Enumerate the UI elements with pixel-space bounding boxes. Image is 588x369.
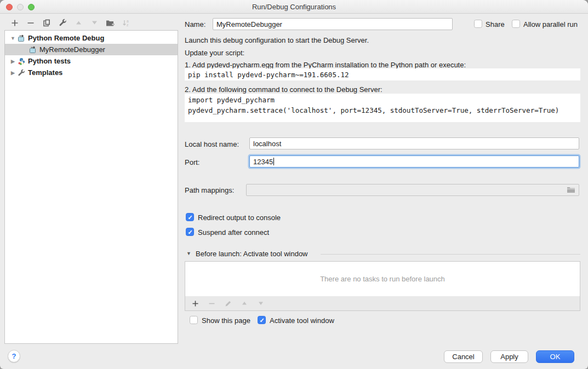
add-task-icon[interactable] [191,299,199,308]
copy-configuration-icon[interactable] [42,19,51,27]
activate-tool-window-label: Activate tool window [270,316,334,325]
redirect-output-label: Redirect output to console [198,214,281,222]
name-label: Name: [185,20,205,28]
before-launch-separator [321,254,580,255]
tree-item-python-remote-debug[interactable]: ▼ Python Remote Debug [5,32,178,44]
local-host-name-input[interactable] [249,137,579,149]
instruction-line-2: Update your script: [185,49,244,57]
tree-item-label: Templates [28,68,62,77]
port-input[interactable]: 12345 [249,155,579,168]
port-label: Port: [185,158,199,166]
run-config-icon [29,45,37,54]
move-task-up-icon [240,299,249,308]
redirect-output-checkbox[interactable] [186,213,194,221]
cancel-button[interactable]: Cancel [444,350,483,363]
task-list-toolbar [185,296,580,311]
title-bar[interactable]: Run/Debug Configurations [0,0,588,14]
instruction-step-2: 2. Add the following command to connect … [185,85,383,94]
tree-item-myremotedebugger[interactable]: MyRemoteDebugger [5,44,178,55]
svg-text:z: z [127,23,128,27]
activate-tool-window-checkbox[interactable] [258,316,266,324]
share-label: Share [486,20,505,28]
share-checkbox[interactable] [474,20,482,28]
svg-text:a: a [127,19,129,23]
tree-item-label: MyRemoteDebugger [39,45,105,54]
move-up-icon [74,19,83,27]
local-host-name-label: Local host name: [185,140,239,148]
window-title: Run/Debug Configurations [252,3,336,11]
code-line-1: import pydevd_pycharm [188,96,275,104]
configurations-tree: ▼ Python Remote Debug MyRemoteDebugger ▶… [4,30,178,344]
sort-alphabetically-icon: az [122,19,130,27]
instruction-step-1: 1. Add pydevd-pycharm.egg from the PyCha… [185,61,466,69]
browse-folder-icon[interactable] [567,186,575,193]
ok-button[interactable]: OK [536,350,574,363]
show-this-page-label: Show this page [202,316,250,325]
new-folder-icon[interactable] [106,19,115,27]
instruction-line-1: Launch this debug configuration to start… [185,36,369,44]
before-launch-collapse-icon[interactable]: ▼ [186,251,191,256]
chevron-down-icon[interactable]: ▼ [9,36,16,41]
allow-parallel-run-checkbox[interactable] [512,20,520,28]
remove-task-icon [207,299,216,308]
move-down-icon [90,19,99,27]
path-mappings-label: Path mappings: [185,186,234,194]
suspend-after-connect-label: Suspend after connect [198,228,269,237]
question-mark-icon: ? [12,352,16,360]
move-task-down-icon [256,299,265,308]
chevron-right-icon[interactable]: ▶ [9,59,16,64]
minimize-icon [17,4,24,10]
show-this-page-checkbox[interactable] [190,316,198,324]
python-tests-icon [18,57,26,65]
empty-tasks-text: There are no tasks to run before launch [320,275,445,283]
before-launch-task-list[interactable]: There are no tasks to run before launch [185,261,580,297]
apply-button[interactable]: Apply [490,350,528,363]
zoom-icon[interactable] [28,4,35,10]
configurations-toolbar: az [4,15,178,30]
settrace-code-block[interactable]: import pydevd_pycharm pydevd_pycharm.set… [185,94,580,122]
help-button[interactable]: ? [8,350,20,362]
close-icon[interactable] [6,4,13,10]
remove-icon[interactable] [26,19,35,27]
before-launch-title: Before launch: Activate tool window [196,250,308,258]
run-debug-configurations-dialog: Run/Debug Configurations az ▼ Python Rem… [0,0,588,369]
edit-task-pencil-icon [224,299,232,308]
tree-item-templates[interactable]: ▶ Templates [5,67,178,78]
pip-install-command[interactable]: pip install pydevd-pycharm~=191.6605.12 [185,68,580,80]
tree-item-python-tests[interactable]: ▶ Python tests [5,55,178,67]
path-mappings-input[interactable] [246,184,579,196]
code-line-2: pydevd_pycharm.settrace('localhost', por… [188,106,559,114]
allow-parallel-run-label: Allow parallel run [523,20,578,28]
suspend-after-connect-checkbox[interactable] [186,228,194,236]
chevron-right-icon[interactable]: ▶ [9,70,16,76]
text-cursor [273,158,274,165]
tree-item-label: Python Remote Debug [28,34,104,42]
add-icon[interactable] [10,19,19,27]
wrench-icon [18,68,26,77]
edit-templates-wrench-icon[interactable] [58,19,67,27]
run-config-icon [18,34,26,42]
name-input[interactable] [213,18,453,30]
traffic-lights [6,4,35,10]
tree-item-label: Python tests [28,57,71,65]
